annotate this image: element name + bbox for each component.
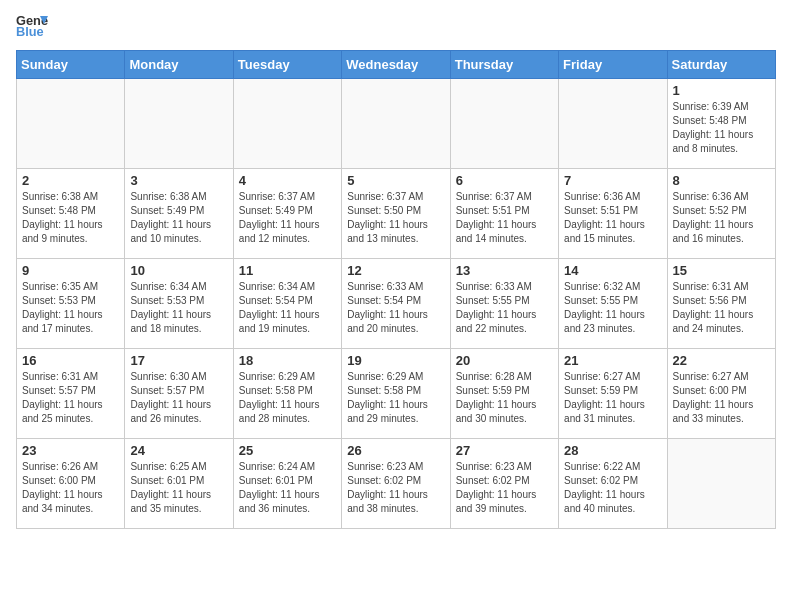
day-info: Sunrise: 6:37 AM Sunset: 5:51 PM Dayligh… — [456, 190, 553, 246]
calendar-cell: 16Sunrise: 6:31 AM Sunset: 5:57 PM Dayli… — [17, 349, 125, 439]
calendar-table: SundayMondayTuesdayWednesdayThursdayFrid… — [16, 50, 776, 529]
day-number: 15 — [673, 263, 770, 278]
day-info: Sunrise: 6:37 AM Sunset: 5:50 PM Dayligh… — [347, 190, 444, 246]
calendar-cell — [125, 79, 233, 169]
weekday-header-monday: Monday — [125, 51, 233, 79]
svg-text:Blue: Blue — [16, 24, 44, 39]
day-number: 22 — [673, 353, 770, 368]
day-number: 2 — [22, 173, 119, 188]
day-number: 16 — [22, 353, 119, 368]
week-row-3: 9Sunrise: 6:35 AM Sunset: 5:53 PM Daylig… — [17, 259, 776, 349]
calendar-cell: 27Sunrise: 6:23 AM Sunset: 6:02 PM Dayli… — [450, 439, 558, 529]
calendar-cell — [233, 79, 341, 169]
day-info: Sunrise: 6:34 AM Sunset: 5:53 PM Dayligh… — [130, 280, 227, 336]
day-info: Sunrise: 6:23 AM Sunset: 6:02 PM Dayligh… — [456, 460, 553, 516]
weekday-header-friday: Friday — [559, 51, 667, 79]
day-number: 9 — [22, 263, 119, 278]
day-info: Sunrise: 6:33 AM Sunset: 5:54 PM Dayligh… — [347, 280, 444, 336]
day-number: 14 — [564, 263, 661, 278]
day-info: Sunrise: 6:25 AM Sunset: 6:01 PM Dayligh… — [130, 460, 227, 516]
day-info: Sunrise: 6:29 AM Sunset: 5:58 PM Dayligh… — [347, 370, 444, 426]
calendar-cell — [17, 79, 125, 169]
calendar-cell: 17Sunrise: 6:30 AM Sunset: 5:57 PM Dayli… — [125, 349, 233, 439]
day-info: Sunrise: 6:32 AM Sunset: 5:55 PM Dayligh… — [564, 280, 661, 336]
day-number: 13 — [456, 263, 553, 278]
day-info: Sunrise: 6:27 AM Sunset: 6:00 PM Dayligh… — [673, 370, 770, 426]
calendar-cell: 22Sunrise: 6:27 AM Sunset: 6:00 PM Dayli… — [667, 349, 775, 439]
calendar-cell: 2Sunrise: 6:38 AM Sunset: 5:48 PM Daylig… — [17, 169, 125, 259]
day-number: 28 — [564, 443, 661, 458]
day-info: Sunrise: 6:38 AM Sunset: 5:48 PM Dayligh… — [22, 190, 119, 246]
calendar-cell: 1Sunrise: 6:39 AM Sunset: 5:48 PM Daylig… — [667, 79, 775, 169]
day-number: 7 — [564, 173, 661, 188]
logo-icon: General Blue — [16, 12, 48, 40]
day-info: Sunrise: 6:23 AM Sunset: 6:02 PM Dayligh… — [347, 460, 444, 516]
day-number: 3 — [130, 173, 227, 188]
day-number: 4 — [239, 173, 336, 188]
week-row-4: 16Sunrise: 6:31 AM Sunset: 5:57 PM Dayli… — [17, 349, 776, 439]
day-number: 10 — [130, 263, 227, 278]
day-info: Sunrise: 6:34 AM Sunset: 5:54 PM Dayligh… — [239, 280, 336, 336]
day-info: Sunrise: 6:38 AM Sunset: 5:49 PM Dayligh… — [130, 190, 227, 246]
calendar-cell — [450, 79, 558, 169]
weekday-header-tuesday: Tuesday — [233, 51, 341, 79]
week-row-5: 23Sunrise: 6:26 AM Sunset: 6:00 PM Dayli… — [17, 439, 776, 529]
day-number: 12 — [347, 263, 444, 278]
day-number: 21 — [564, 353, 661, 368]
day-number: 24 — [130, 443, 227, 458]
calendar-cell: 21Sunrise: 6:27 AM Sunset: 5:59 PM Dayli… — [559, 349, 667, 439]
week-row-2: 2Sunrise: 6:38 AM Sunset: 5:48 PM Daylig… — [17, 169, 776, 259]
calendar-cell: 26Sunrise: 6:23 AM Sunset: 6:02 PM Dayli… — [342, 439, 450, 529]
day-number: 18 — [239, 353, 336, 368]
day-number: 8 — [673, 173, 770, 188]
day-number: 19 — [347, 353, 444, 368]
day-number: 6 — [456, 173, 553, 188]
calendar-cell: 7Sunrise: 6:36 AM Sunset: 5:51 PM Daylig… — [559, 169, 667, 259]
calendar-cell: 3Sunrise: 6:38 AM Sunset: 5:49 PM Daylig… — [125, 169, 233, 259]
day-number: 20 — [456, 353, 553, 368]
weekday-header-thursday: Thursday — [450, 51, 558, 79]
calendar-cell: 11Sunrise: 6:34 AM Sunset: 5:54 PM Dayli… — [233, 259, 341, 349]
header: General Blue — [16, 16, 776, 40]
day-info: Sunrise: 6:39 AM Sunset: 5:48 PM Dayligh… — [673, 100, 770, 156]
day-info: Sunrise: 6:33 AM Sunset: 5:55 PM Dayligh… — [456, 280, 553, 336]
weekday-header-sunday: Sunday — [17, 51, 125, 79]
weekday-header-wednesday: Wednesday — [342, 51, 450, 79]
logo: General Blue — [16, 16, 48, 40]
calendar-cell: 23Sunrise: 6:26 AM Sunset: 6:00 PM Dayli… — [17, 439, 125, 529]
calendar-cell: 18Sunrise: 6:29 AM Sunset: 5:58 PM Dayli… — [233, 349, 341, 439]
day-info: Sunrise: 6:31 AM Sunset: 5:57 PM Dayligh… — [22, 370, 119, 426]
day-number: 11 — [239, 263, 336, 278]
calendar-cell: 28Sunrise: 6:22 AM Sunset: 6:02 PM Dayli… — [559, 439, 667, 529]
day-info: Sunrise: 6:28 AM Sunset: 5:59 PM Dayligh… — [456, 370, 553, 426]
day-info: Sunrise: 6:35 AM Sunset: 5:53 PM Dayligh… — [22, 280, 119, 336]
calendar-cell: 12Sunrise: 6:33 AM Sunset: 5:54 PM Dayli… — [342, 259, 450, 349]
calendar-cell — [559, 79, 667, 169]
calendar-cell: 24Sunrise: 6:25 AM Sunset: 6:01 PM Dayli… — [125, 439, 233, 529]
day-info: Sunrise: 6:36 AM Sunset: 5:52 PM Dayligh… — [673, 190, 770, 246]
calendar-cell: 25Sunrise: 6:24 AM Sunset: 6:01 PM Dayli… — [233, 439, 341, 529]
calendar-cell: 13Sunrise: 6:33 AM Sunset: 5:55 PM Dayli… — [450, 259, 558, 349]
day-info: Sunrise: 6:36 AM Sunset: 5:51 PM Dayligh… — [564, 190, 661, 246]
day-number: 17 — [130, 353, 227, 368]
calendar-cell: 8Sunrise: 6:36 AM Sunset: 5:52 PM Daylig… — [667, 169, 775, 259]
calendar-cell: 10Sunrise: 6:34 AM Sunset: 5:53 PM Dayli… — [125, 259, 233, 349]
week-row-1: 1Sunrise: 6:39 AM Sunset: 5:48 PM Daylig… — [17, 79, 776, 169]
weekday-header-row: SundayMondayTuesdayWednesdayThursdayFrid… — [17, 51, 776, 79]
day-info: Sunrise: 6:26 AM Sunset: 6:00 PM Dayligh… — [22, 460, 119, 516]
calendar-cell: 5Sunrise: 6:37 AM Sunset: 5:50 PM Daylig… — [342, 169, 450, 259]
day-number: 1 — [673, 83, 770, 98]
day-info: Sunrise: 6:24 AM Sunset: 6:01 PM Dayligh… — [239, 460, 336, 516]
day-info: Sunrise: 6:37 AM Sunset: 5:49 PM Dayligh… — [239, 190, 336, 246]
day-info: Sunrise: 6:29 AM Sunset: 5:58 PM Dayligh… — [239, 370, 336, 426]
calendar-cell: 19Sunrise: 6:29 AM Sunset: 5:58 PM Dayli… — [342, 349, 450, 439]
day-info: Sunrise: 6:30 AM Sunset: 5:57 PM Dayligh… — [130, 370, 227, 426]
day-number: 25 — [239, 443, 336, 458]
calendar-cell — [667, 439, 775, 529]
calendar-cell: 6Sunrise: 6:37 AM Sunset: 5:51 PM Daylig… — [450, 169, 558, 259]
calendar-cell: 9Sunrise: 6:35 AM Sunset: 5:53 PM Daylig… — [17, 259, 125, 349]
day-number: 23 — [22, 443, 119, 458]
day-number: 5 — [347, 173, 444, 188]
calendar-cell: 14Sunrise: 6:32 AM Sunset: 5:55 PM Dayli… — [559, 259, 667, 349]
day-info: Sunrise: 6:22 AM Sunset: 6:02 PM Dayligh… — [564, 460, 661, 516]
